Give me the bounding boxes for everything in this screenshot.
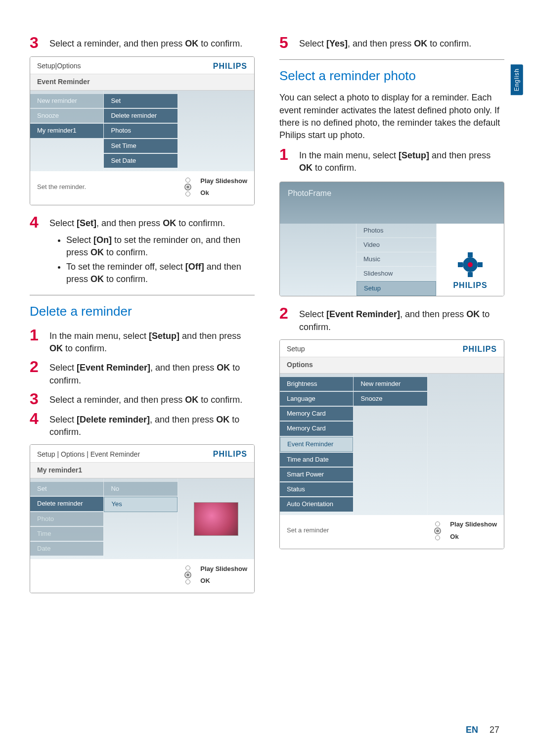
device-footer: Play Slideshow OK xyxy=(30,559,254,593)
menu-item-selected[interactable]: Delete reminder xyxy=(30,497,103,511)
menu-item[interactable]: Set xyxy=(30,482,103,496)
menu-item[interactable]: Photos xyxy=(104,124,177,138)
text: to confirm. xyxy=(198,39,242,48)
dpad-icon xyxy=(430,520,445,542)
menu-item[interactable]: Set Time xyxy=(104,139,177,153)
text: Select xyxy=(49,218,77,228)
menu-item[interactable]: Slideshow xyxy=(356,267,436,281)
device-col1: Brightness Language Memory Card Memory C… xyxy=(280,374,354,515)
menu-item-selected[interactable]: My reminder1 xyxy=(30,124,103,138)
step-text: Select [Delete reminder], and then press… xyxy=(49,411,255,438)
pf-left xyxy=(280,224,356,296)
menu-item[interactable]: Video xyxy=(356,238,436,252)
dpad-icon xyxy=(180,564,195,586)
bracket: [On] xyxy=(93,235,112,245)
footer-labels: Play Slideshow Ok xyxy=(200,177,247,197)
device-subtitle: Event Reminder xyxy=(30,74,254,91)
step-text: Select [Set], and then press OK to confi… xyxy=(49,214,225,230)
bullet: Select [On] to set the reminder on, and … xyxy=(66,234,255,259)
step-text: In the main menu, select [Setup] and the… xyxy=(299,146,504,174)
text: In the main menu, select xyxy=(49,331,149,341)
footer-labels: Play Slideshow Ok xyxy=(450,520,497,541)
menu-item[interactable]: Photo xyxy=(30,512,103,526)
menu-item[interactable]: Brightness xyxy=(280,377,353,391)
ok-label: OK xyxy=(185,395,198,405)
menu-item[interactable]: Snooze xyxy=(354,392,427,406)
footer-hint: Set a reminder xyxy=(287,526,329,535)
right-step-1: 1 In the main menu, select [Setup] and t… xyxy=(279,146,504,174)
menu-item[interactable]: Time xyxy=(30,527,103,541)
menu-item[interactable]: Status xyxy=(280,482,353,496)
text: , and then press xyxy=(150,415,216,425)
step-text: Select a reminder, and then press OK to … xyxy=(49,35,242,50)
right-step-2: 2 Select [Event Reminder], and then pres… xyxy=(279,305,504,333)
menu-item[interactable]: Photos xyxy=(356,224,436,238)
text: , and then press xyxy=(150,363,217,373)
footer-controls: Play Slideshow Ok xyxy=(430,520,497,542)
device-footer: Set a reminder Play Slideshow Ok xyxy=(280,515,504,549)
menu-item[interactable]: Set xyxy=(104,94,177,108)
step-text: Select [Yes], and then press OK to confi… xyxy=(299,35,471,50)
ok-label: OK xyxy=(163,218,176,228)
philips-logo: PHILIPS xyxy=(463,344,497,355)
ok-label: OK xyxy=(49,343,63,353)
menu-item[interactable]: Delete reminder xyxy=(104,109,177,123)
ok-label: OK xyxy=(216,415,229,425)
device-col3 xyxy=(428,374,504,515)
device-body: New reminder Snooze My reminder1 Set Del… xyxy=(30,91,254,171)
right-column: 5 Select [Yes], and then press OK to con… xyxy=(279,35,504,602)
menu-item[interactable]: Set Date xyxy=(104,154,177,168)
divider xyxy=(30,295,255,295)
pf-right: PHILIPS xyxy=(437,224,504,296)
menu-item[interactable]: Date xyxy=(30,542,103,556)
text: to confirm. xyxy=(198,395,242,405)
footer-controls: Play Slideshow Ok xyxy=(180,176,247,198)
menu-item[interactable]: Language xyxy=(280,392,353,406)
menu-item[interactable]: Music xyxy=(356,252,436,267)
device-subtitle: Options xyxy=(280,357,504,374)
pf-title: PhotoFrame xyxy=(288,188,331,199)
menu-item-selected[interactable]: Setup xyxy=(356,281,436,296)
gear-icon xyxy=(459,253,482,276)
text: to confirm. xyxy=(63,343,107,353)
ok-label: OK xyxy=(90,274,104,284)
device-title: Setup | Options | Event Reminder xyxy=(37,450,140,460)
philips-logo: PHILIPS xyxy=(213,449,247,460)
label: Play Slideshow xyxy=(200,565,247,573)
device-screenshot-3: Setup PHILIPS Options Brightness Languag… xyxy=(279,339,504,549)
text: to confirm. xyxy=(427,39,471,48)
step-number: 3 xyxy=(30,391,49,407)
menu-item[interactable]: New reminder xyxy=(354,377,427,391)
left-column: 3 Select a reminder, and then press OK t… xyxy=(30,35,255,602)
menu-item[interactable]: New reminder xyxy=(30,94,103,108)
label: Ok xyxy=(450,532,497,541)
text: Select xyxy=(49,363,77,373)
label: Play Slideshow xyxy=(200,177,247,186)
philips-logo: PHILIPS xyxy=(453,280,487,291)
label: Play Slideshow xyxy=(450,520,497,529)
menu-item[interactable]: Snooze xyxy=(30,109,103,123)
menu-item[interactable]: Memory Card xyxy=(280,407,353,421)
text: to confirm. xyxy=(104,247,148,257)
menu-item-selected[interactable]: Event Reminder xyxy=(280,437,353,452)
step-number: 4 xyxy=(30,214,49,230)
menu-item[interactable]: Time and Date xyxy=(280,453,353,467)
philips-logo: PHILIPS xyxy=(213,61,247,72)
menu-item[interactable]: Auto Orientation xyxy=(280,497,353,511)
text: Select a reminder, and then press xyxy=(49,39,185,48)
menu-item[interactable]: Memory Card xyxy=(280,422,353,435)
text: Select a reminder, and then press xyxy=(49,395,185,405)
step-3: 3 Select a reminder, and then press OK t… xyxy=(30,35,255,50)
device-subtitle: My reminder1 xyxy=(30,462,254,479)
del-step-2: 2 Select [Event Reminder], and then pres… xyxy=(30,359,255,386)
step-text: Select a reminder, and then press OK to … xyxy=(49,391,242,407)
intro-paragraph: You can select a photo to display for a … xyxy=(279,92,504,142)
device-titlebar: Setup PHILIPS xyxy=(280,340,504,357)
menu-item[interactable]: Smart Power xyxy=(280,468,353,481)
menu-item-selected[interactable]: Yes xyxy=(104,497,177,512)
step4-bullets: Select [On] to set the reminder on, and … xyxy=(66,234,255,286)
bracket: [Set] xyxy=(77,218,96,228)
bracket: [Yes] xyxy=(326,39,348,48)
menu-item[interactable]: No xyxy=(104,482,177,496)
pf-menu: Photos Video Music Slideshow Setup xyxy=(356,224,437,296)
